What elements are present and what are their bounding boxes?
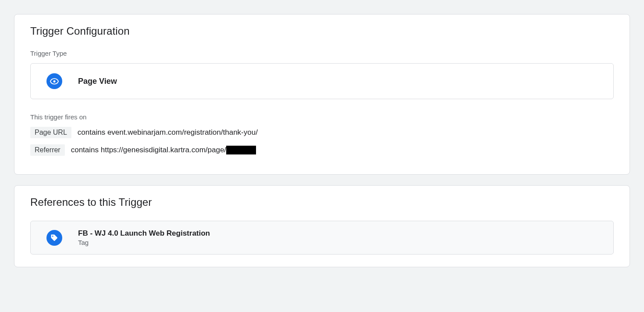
trigger-type-label: Trigger Type — [30, 50, 614, 57]
svg-point-0 — [53, 80, 56, 82]
reference-type: Tag — [78, 239, 210, 246]
condition-operator: contains — [71, 146, 99, 154]
condition-value: event.webinarjam.com/registration/thank-… — [107, 128, 258, 137]
reference-text: FB - WJ 4.0 Launch Web Registration Tag — [78, 229, 210, 246]
condition-text: contains event.webinarjam.com/registrati… — [78, 128, 258, 137]
condition-row: Page URL contains event.webinarjam.com/r… — [30, 127, 614, 138]
trigger-configuration-card: Trigger Configuration Trigger Type Page … — [14, 14, 630, 175]
trigger-config-title: Trigger Configuration — [30, 25, 614, 37]
condition-operator: contains — [78, 128, 105, 137]
svg-point-1 — [52, 235, 53, 237]
trigger-type-name: Page View — [78, 77, 117, 86]
condition-text: contains https://genesisdigital.kartra.c… — [71, 146, 256, 154]
condition-row: Referrer contains https://genesisdigital… — [30, 144, 614, 156]
trigger-type-row[interactable]: Page View — [30, 63, 614, 99]
fires-on-label: This trigger fires on — [30, 113, 614, 121]
redacted-block — [226, 146, 256, 154]
condition-variable: Page URL — [30, 127, 71, 138]
reference-name: FB - WJ 4.0 Launch Web Registration — [78, 229, 210, 238]
condition-value: https://genesisdigital.kartra.com/page/ — [101, 146, 226, 154]
references-title: References to this Trigger — [30, 196, 614, 208]
tag-icon — [46, 230, 62, 246]
condition-variable: Referrer — [30, 144, 65, 156]
reference-item[interactable]: FB - WJ 4.0 Launch Web Registration Tag — [30, 221, 614, 255]
page-view-icon — [46, 73, 62, 89]
references-card: References to this Trigger FB - WJ 4.0 L… — [14, 185, 630, 267]
